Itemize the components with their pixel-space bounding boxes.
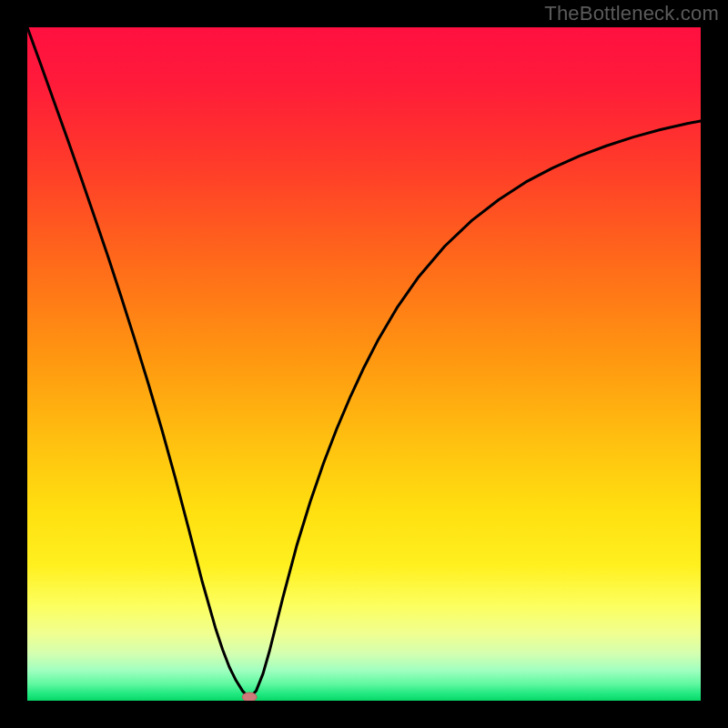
gradient-background (27, 27, 701, 701)
minimum-marker (242, 693, 257, 701)
plot-area (27, 27, 701, 701)
watermark-text: TheBottleneck.com (544, 2, 719, 25)
chart-frame: TheBottleneck.com (0, 0, 728, 728)
plot-svg (27, 27, 701, 701)
